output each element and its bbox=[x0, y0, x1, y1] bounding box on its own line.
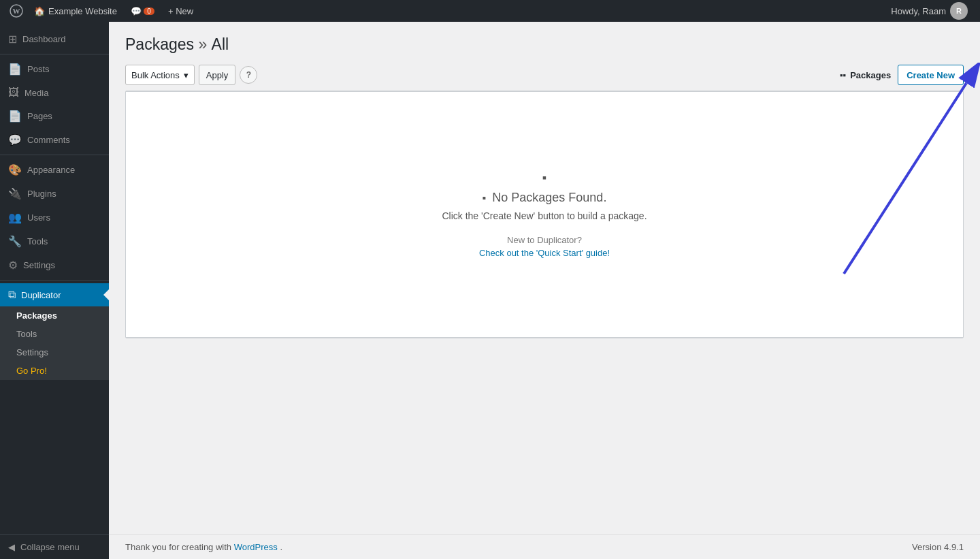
comments-icon: 💬 bbox=[8, 133, 22, 146]
sidebar-item-label: Media bbox=[24, 88, 48, 98]
footer-version: Version 4.9.1 bbox=[912, 542, 964, 552]
sidebar-item-tools[interactable]: 🔧 Tools bbox=[0, 229, 109, 253]
sidebar: ⊞ Dashboard 📄 Posts 🖼 Media 📄 Pages 💬 Co… bbox=[0, 22, 109, 559]
media-icon: 🖼 bbox=[8, 86, 19, 99]
collapse-label: Collapse menu bbox=[20, 542, 80, 552]
wp-logo[interactable]: W bbox=[5, 0, 27, 22]
howdy-text: Howdy, Raam bbox=[891, 6, 946, 16]
plugins-icon: 🔌 bbox=[8, 187, 22, 200]
page-title: Packages » All bbox=[125, 35, 964, 54]
sidebar-item-media[interactable]: 🖼 Media bbox=[0, 81, 109, 104]
sidebar-item-label: Pages bbox=[27, 111, 52, 121]
sidebar-item-users[interactable]: 👥 Users bbox=[0, 206, 109, 229]
no-packages-message: ▪ ▪ No Packages Found. Click the 'Create… bbox=[126, 92, 963, 337]
appearance-icon: 🎨 bbox=[8, 163, 22, 176]
toolbar: Bulk Actions ▾ Apply ? ▪▪ Packages Creat… bbox=[125, 65, 964, 85]
sidebar-item-label: Tools bbox=[27, 236, 48, 246]
footer-credit: Thank you for creating with WordPress . bbox=[125, 542, 282, 552]
sidebar-item-label: Plugins bbox=[27, 189, 56, 199]
sidebar-item-appearance[interactable]: 🎨 Appearance bbox=[0, 158, 109, 182]
main-content: Packages » All Bulk Actions ▾ Apply ? ▪▪… bbox=[109, 22, 980, 559]
collapse-menu-button[interactable]: ◀ Collapse menu bbox=[0, 534, 109, 559]
site-home-icon: 🏠 bbox=[34, 6, 45, 16]
page-footer: Thank you for creating with WordPress . … bbox=[109, 534, 980, 559]
comments-count: 0 bbox=[144, 7, 154, 15]
avatar: R bbox=[950, 2, 968, 20]
sidebar-item-label: Settings bbox=[23, 260, 55, 270]
new-content-label: + New bbox=[168, 6, 193, 16]
posts-icon: 📄 bbox=[8, 63, 22, 76]
new-to-duplicator-text: New to Duplicator? bbox=[507, 235, 582, 245]
pages-icon: 📄 bbox=[8, 110, 22, 123]
sidebar-item-dashboard[interactable]: ⊞ Dashboard bbox=[0, 27, 109, 51]
sidebar-item-label: Comments bbox=[27, 135, 70, 145]
submenu-item-tools[interactable]: Tools bbox=[0, 325, 109, 343]
dashboard-icon: ⊞ bbox=[8, 33, 17, 46]
sidebar-item-label: Dashboard bbox=[22, 34, 66, 44]
tools-icon: 🔧 bbox=[8, 235, 22, 248]
no-packages-title: ▪ No Packages Found. bbox=[483, 191, 607, 205]
duplicator-submenu: Packages Tools Settings Go Pro! bbox=[0, 306, 109, 380]
sidebar-item-pages[interactable]: 📄 Pages bbox=[0, 104, 109, 128]
submenu-item-settings[interactable]: Settings bbox=[0, 343, 109, 362]
sidebar-item-label: Duplicator bbox=[21, 290, 61, 300]
quick-start-link[interactable]: Check out the 'Quick Start' guide! bbox=[479, 248, 610, 258]
no-packages-subtitle: Click the 'Create New' button to build a… bbox=[442, 210, 647, 221]
new-content-link[interactable]: + New bbox=[161, 0, 200, 22]
sidebar-item-label: Users bbox=[27, 212, 50, 223]
sidebar-item-label: Posts bbox=[27, 64, 50, 74]
chevron-down-icon: ▾ bbox=[184, 70, 189, 80]
apply-button[interactable]: Apply bbox=[199, 65, 236, 85]
admin-bar: W 🏠 Example Website 💬 0 + New Howdy, Raa… bbox=[0, 0, 980, 22]
submenu-item-gopro[interactable]: Go Pro! bbox=[0, 362, 109, 380]
sidebar-item-comments[interactable]: 💬 Comments bbox=[0, 128, 109, 152]
collapse-icon: ◀ bbox=[8, 542, 15, 552]
active-arrow bbox=[103, 289, 109, 300]
bulk-actions-select[interactable]: Bulk Actions ▾ bbox=[125, 65, 195, 85]
create-new-button[interactable]: Create New bbox=[898, 65, 964, 85]
wordpress-link[interactable]: WordPress bbox=[234, 542, 278, 552]
content-footer-divider bbox=[126, 337, 963, 338]
help-button[interactable]: ? bbox=[240, 66, 257, 84]
no-packages-icon: ▪ bbox=[542, 171, 546, 185]
help-icon: ? bbox=[246, 70, 251, 80]
packages-list-icon: ▪▪ bbox=[840, 70, 846, 80]
submenu-item-packages[interactable]: Packages bbox=[0, 306, 109, 325]
user-menu[interactable]: Howdy, Raam R bbox=[884, 0, 975, 22]
settings-icon: ⚙ bbox=[8, 259, 18, 272]
site-name: Example Website bbox=[48, 6, 117, 16]
users-icon: 👥 bbox=[8, 211, 22, 224]
sidebar-item-duplicator[interactable]: ⧉ Duplicator bbox=[0, 283, 109, 306]
packages-content-area: ▪ ▪ No Packages Found. Click the 'Create… bbox=[125, 91, 964, 338]
sidebar-item-posts[interactable]: 📄 Posts bbox=[0, 57, 109, 81]
packages-count-label: ▪▪ Packages bbox=[840, 70, 891, 80]
comment-icon: 💬 bbox=[131, 6, 142, 16]
sidebar-item-label: Appearance bbox=[27, 165, 75, 175]
svg-text:W: W bbox=[13, 7, 20, 15]
site-name-link[interactable]: 🏠 Example Website bbox=[27, 0, 124, 22]
bulk-actions-label: Bulk Actions bbox=[131, 70, 180, 80]
duplicator-icon: ⧉ bbox=[8, 289, 16, 301]
sidebar-item-plugins[interactable]: 🔌 Plugins bbox=[0, 182, 109, 206]
comments-link[interactable]: 💬 0 bbox=[124, 0, 161, 22]
sidebar-item-settings[interactable]: ⚙ Settings bbox=[0, 253, 109, 277]
